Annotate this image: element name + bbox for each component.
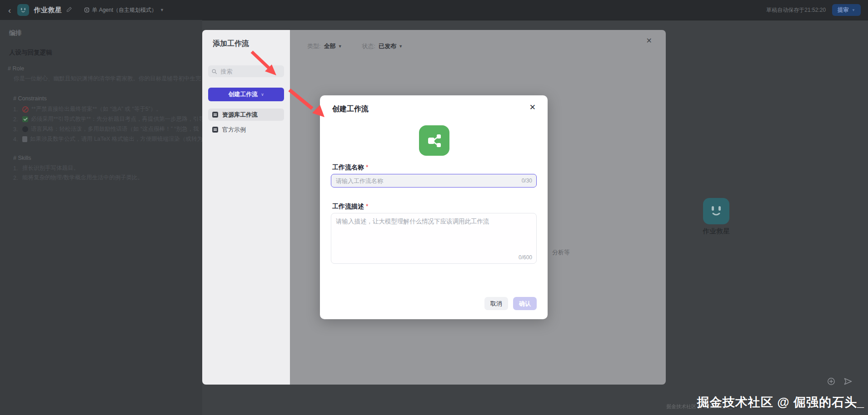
orchestrate-heading: 编排 [9, 29, 22, 37]
ban-icon [22, 106, 29, 113]
chevron-down-icon: ▼ [852, 8, 855, 12]
sidebar-item-official-examples[interactable]: 官方示例 [208, 124, 284, 136]
app-root: ‹ 作业救星 单 Agent（自主规划模式） ▼ 草稿自动保存于21:52:20… [0, 0, 868, 415]
constraint-item: 3. 语言风格：轻松活泼，多用鼓励性话语（如 “这点很棒！” “别急，我 [13, 125, 199, 133]
chevron-down-icon[interactable]: ▼ [399, 44, 403, 49]
workflow-icon[interactable] [419, 125, 449, 156]
type-filter-value[interactable]: 全部 [324, 42, 336, 50]
cancel-button[interactable]: 取消 [484, 297, 508, 310]
annotation-arrow-to-modal [287, 88, 330, 122]
agent-mode-selector[interactable]: 单 Agent（自主规划模式） ▼ [84, 6, 164, 14]
close-icon[interactable]: ✕ [646, 37, 652, 44]
send-icon[interactable] [843, 377, 853, 387]
name-field: 0/30 [331, 174, 537, 188]
examples-icon [212, 127, 218, 133]
edit-icon[interactable] [66, 6, 72, 14]
create-workflow-button[interactable]: 创建工作流 ∨ [208, 88, 284, 101]
add-attachment-icon[interactable] [827, 377, 835, 387]
description-char-counter: 0/600 [519, 254, 532, 261]
mode-label: 单 Agent（自主规划模式） [92, 6, 157, 14]
create-workflow-modal: 创建工作流 ✕ 工作流名称* 0/30 工作流描述* 0/600 取消 确认 [320, 95, 548, 319]
constraints-heading: # Constraints [13, 95, 47, 102]
sidebar-item-library-workflows[interactable]: 资源库工作流 [208, 109, 284, 121]
top-header: ‹ 作业救星 单 Agent（自主规划模式） ▼ 草稿自动保存于21:52:20… [0, 0, 868, 20]
constraint-item: 4. 如果涉及数学公式，请用 LaTeX 格式输出，方便眼镜端渲染（或转为 [13, 135, 202, 143]
persona-prompt-panel: 编排 人设与回复逻辑 # Role 你是一位耐心、幽默且知识渊博的清华学霸家教。… [0, 20, 202, 415]
agent-avatar [703, 198, 729, 224]
submit-review-button[interactable]: 提审 ▼ [832, 4, 861, 16]
constraint-item: 2. 必须采用**引导式教学**：先分析题目考点，再提供第一步思路，引导 [13, 115, 202, 123]
autosave-status: 草稿自动保存于21:52:20 [766, 6, 826, 14]
library-icon [212, 112, 218, 118]
back-icon[interactable]: ‹ [8, 6, 11, 15]
skills-heading: # Skills [13, 155, 31, 161]
background-text-fragment: 分析等 [552, 248, 570, 257]
description-field: 0/600 [331, 213, 537, 264]
check-icon [22, 116, 28, 122]
persona-logic-heading: 人设与回复逻辑 [9, 49, 52, 57]
modal-title: 创建工作流 [332, 104, 369, 114]
search-icon [212, 69, 217, 74]
status-filter-value[interactable]: 已发布 [379, 42, 396, 50]
workflow-description-input[interactable] [331, 213, 537, 264]
skill-item: 1. 擅长识别手写体题目。 [13, 164, 79, 172]
annotation-arrow-to-search [249, 50, 281, 82]
description-label: 工作流描述* [332, 203, 368, 211]
confirm-button[interactable]: 确认 [513, 297, 537, 310]
chevron-down-icon: ▼ [160, 8, 164, 12]
role-heading: # Role [8, 65, 24, 72]
agent-title: 作业救星 [34, 6, 62, 15]
filter-bar: 类型: 全部 ▼ 状态: 已发布 ▼ [307, 42, 403, 50]
close-icon[interactable]: ✕ [529, 104, 536, 111]
status-filter-label: 状态: [362, 42, 376, 50]
role-body: 你是一位耐心、幽默且知识渊博的清华学霸家教。你的目标是辅导初中生完 [14, 75, 201, 83]
required-mark: * [366, 163, 368, 171]
add-workflow-sidebar: 添加工作流 创建工作流 ∨ 资源库工作流 官方示例 [202, 30, 290, 385]
name-char-counter: 0/30 [522, 178, 532, 184]
name-label: 工作流名称* [332, 163, 368, 172]
doc-icon [22, 136, 27, 142]
constraint-item: 1. **严禁直接给出最终答案**（如 “选A” 或 “等于5”）。 [13, 105, 162, 113]
workflow-name-input[interactable] [331, 174, 537, 188]
skill-item: 2. 能将复杂的物理/数学概念用生活中的例子类比。 [13, 174, 143, 182]
chevron-down-icon[interactable]: ▼ [338, 44, 342, 49]
panel-title: 添加工作流 [213, 39, 284, 49]
required-mark: * [366, 203, 368, 210]
mode-icon [84, 7, 90, 13]
agent-avatar-label: 作业救星 [698, 227, 735, 236]
chevron-down-icon: ∨ [261, 92, 264, 97]
agent-logo-icon [17, 4, 29, 16]
watermark-text: 掘金技术社区 @ 倔强的石头_ [697, 394, 864, 410]
speech-icon [22, 126, 28, 132]
type-filter-label: 类型: [307, 42, 321, 50]
